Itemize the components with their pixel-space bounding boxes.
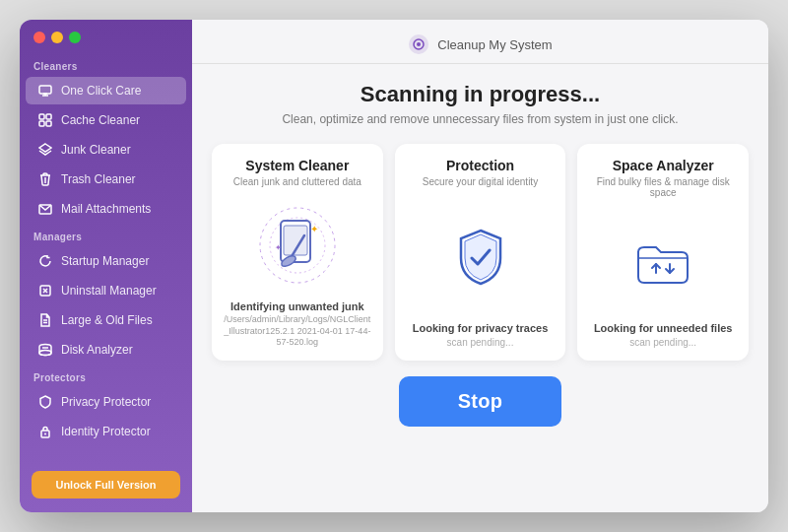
close-button[interactable] [33, 32, 45, 43]
sidebar-item-label: Cache Cleaner [61, 113, 140, 127]
uninstall-icon [37, 283, 53, 299]
mail-icon [37, 201, 53, 217]
card-title: Protection [446, 158, 514, 173]
svg-marker-8 [39, 144, 51, 152]
card-subtitle: Clean junk and cluttered data [233, 176, 361, 187]
main-window: Cleaners One Click Care [20, 20, 768, 512]
unlock-full-version-button[interactable]: Unlock Full Version [32, 471, 180, 499]
traffic-lights [20, 20, 192, 53]
card-detail: /Users/admin/Library/Logs/NGLClient_Illu… [224, 314, 371, 349]
monitor-icon [37, 83, 53, 99]
trash-icon [37, 171, 53, 187]
sidebar-item-label: Disk Analyzer [61, 343, 133, 357]
sidebar-item-privacy-protector[interactable]: Privacy Protector [26, 388, 186, 416]
card-status: Looking for unneeded files [594, 322, 733, 334]
sidebar-item-identity-protector[interactable]: Identity Protector [26, 418, 186, 445]
sidebar-item-mail-attachments[interactable]: Mail Attachments [26, 195, 186, 223]
minimize-button[interactable] [51, 32, 63, 43]
cleaners-section-label: Cleaners [20, 53, 192, 76]
space-analyzer-illustration [589, 208, 737, 316]
file-icon [37, 312, 53, 328]
sidebar-item-uninstall-manager[interactable]: Uninstall Manager [26, 277, 186, 304]
system-cleaner-illustration: ✦ ✦ [224, 197, 371, 295]
svg-rect-7 [46, 121, 51, 126]
grid-icon [37, 112, 53, 128]
lock-icon [37, 424, 53, 439]
svg-rect-4 [39, 114, 44, 119]
sidebar-item-disk-analyzer[interactable]: Disk Analyzer [26, 336, 186, 364]
sidebar-item-label: Startup Manager [61, 254, 149, 268]
sidebar-item-label: Mail Attachments [61, 202, 151, 216]
app-title: Cleanup My System [437, 37, 552, 52]
svg-point-22 [417, 42, 421, 46]
svg-point-19 [44, 433, 46, 435]
sidebar-item-cache-cleaner[interactable]: Cache Cleaner [26, 106, 186, 134]
sidebar-item-label: Identity Protector [61, 425, 151, 438]
refresh-icon [37, 253, 53, 269]
space-analyzer-card: Space Analyzer Find bulky files & manage… [577, 144, 749, 361]
main-content: Cleanup My System Scanning in progress..… [192, 20, 768, 512]
app-logo-icon [408, 33, 429, 55]
sidebar-item-trash-cleaner[interactable]: Trash Cleaner [26, 166, 186, 193]
protection-illustration [407, 197, 555, 316]
stop-button[interactable]: Stop [399, 376, 562, 427]
svg-rect-6 [39, 121, 44, 126]
sidebar-item-large-old-files[interactable]: Large & Old Files [26, 306, 186, 334]
sidebar-bottom: Unlock Full Version [20, 457, 192, 512]
card-subtitle: Find bulky files & manage disk space [589, 176, 737, 198]
system-cleaner-card: System Cleaner Clean junk and cluttered … [212, 144, 383, 361]
card-title: System Cleaner [245, 158, 349, 173]
card-detail: scan pending... [447, 336, 514, 349]
card-status: Identifying unwanted junk [230, 300, 364, 312]
svg-rect-5 [46, 114, 51, 119]
sidebar-item-one-click-care[interactable]: One Click Care [26, 77, 186, 104]
app-header: Cleanup My System [192, 20, 768, 64]
card-detail: scan pending... [629, 336, 696, 349]
sidebar-item-label: Junk Cleaner [61, 143, 131, 157]
card-status: Looking for privacy traces [413, 322, 549, 334]
svg-rect-0 [39, 86, 51, 94]
sidebar-item-junk-cleaner[interactable]: Junk Cleaner [26, 136, 186, 164]
shield-icon [37, 394, 53, 410]
sidebar-item-label: Privacy Protector [61, 395, 151, 409]
card-title: Space Analyzer [613, 158, 714, 173]
sidebar-item-label: Large & Old Files [61, 313, 153, 327]
maximize-button[interactable] [69, 32, 81, 43]
sidebar-item-label: One Click Care [61, 84, 141, 98]
sidebar: Cleaners One Click Care [20, 20, 192, 512]
svg-text:✦: ✦ [310, 224, 318, 234]
sidebar-item-startup-manager[interactable]: Startup Manager [26, 247, 186, 275]
layers-icon [37, 142, 53, 158]
sidebar-item-label: Trash Cleaner [61, 172, 136, 186]
svg-text:✦: ✦ [275, 243, 282, 252]
main-body: Scanning in progress... Clean, optimize … [192, 64, 768, 512]
managers-section-label: Managers [20, 224, 192, 246]
scan-title: Scanning in progress... [361, 82, 600, 107]
sidebar-item-label: Uninstall Manager [61, 284, 157, 298]
protectors-section-label: Protectors [20, 365, 192, 387]
disk-icon [37, 342, 53, 358]
cards-row: System Cleaner Clean junk and cluttered … [212, 144, 749, 361]
protection-card: Protection Secure your digital identity … [395, 144, 566, 361]
card-subtitle: Secure your digital identity [423, 176, 538, 187]
scan-subtitle: Clean, optimize and remove unnecessary f… [282, 112, 678, 126]
